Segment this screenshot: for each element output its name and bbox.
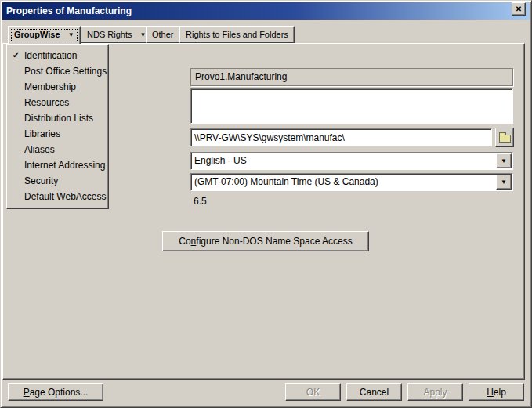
menu-item[interactable]: ✔ Distribution Lists [7, 110, 108, 126]
menu-item-label: Aliases [24, 144, 55, 155]
chevron-down-icon: ▼ [501, 157, 507, 164]
menu-item-label: Default WebAccess [24, 191, 107, 202]
menu-item-label: Distribution Lists [24, 113, 93, 124]
unc-path-input[interactable] [190, 128, 492, 146]
folder-icon [499, 135, 511, 143]
cancel-button[interactable]: Cancel [346, 383, 402, 401]
menu-item[interactable]: ✔ Resources [7, 95, 108, 110]
menu-item-label: Internet Addressing [24, 160, 105, 171]
menu-item[interactable]: ✔ Aliases [7, 142, 108, 157]
software-version-label: 6.5 [194, 196, 207, 207]
check-icon: ✔ [13, 48, 19, 63]
groupwise-pages-menu: ✔ Identification ✔ Post Office Settings … [6, 44, 109, 209]
timezone-value: (GMT-07:00) Mountain Time (US & Canada) [191, 174, 512, 190]
tab-groupwise-label: GroupWise [14, 30, 60, 39]
menu-item-label: Identification [24, 50, 77, 61]
chevron-down-icon: ▼ [68, 31, 74, 38]
description-field[interactable] [190, 88, 513, 124]
tab-groupwise[interactable]: GroupWise ▼ [8, 26, 81, 45]
tab-other[interactable]: Other [146, 26, 180, 43]
menu-item-label: Resources [24, 97, 69, 108]
window-title: Properties of Manufacturing [2, 5, 132, 16]
tab-nds-rights-label: NDS Rights [87, 30, 132, 39]
language-value: English - US [191, 153, 512, 169]
dropdown-arrow-button[interactable]: ▼ [496, 153, 512, 168]
menu-item[interactable]: ✔ Membership [7, 79, 108, 95]
titlebar: Properties of Manufacturing [2, 2, 530, 20]
menu-item[interactable]: ✔ Identification [7, 48, 108, 63]
menu-item[interactable]: ✔ Default WebAccess [7, 189, 108, 204]
tab-other-label: Other [152, 30, 174, 39]
timezone-select[interactable]: (GMT-07:00) Mountain Time (US & Canada) … [190, 173, 513, 191]
menu-item[interactable]: ✔ Internet Addressing [7, 157, 108, 173]
close-icon: ✕ [516, 5, 522, 13]
language-select[interactable]: English - US ▼ [190, 152, 513, 170]
menu-item-label: Membership [24, 81, 76, 92]
menu-item-label: Post Office Settings [24, 66, 107, 77]
menu-item-label: Security [24, 175, 58, 186]
tab-rights-to-files-and-folders[interactable]: Rights to Files and Folders [179, 26, 295, 43]
menu-item[interactable]: ✔ Post Office Settings [7, 63, 108, 79]
browse-folder-button[interactable] [495, 128, 514, 147]
close-button[interactable]: ✕ [512, 2, 526, 16]
dropdown-arrow-button[interactable]: ▼ [496, 175, 512, 190]
menu-item[interactable]: ✔ Security [7, 173, 108, 189]
tab-rights-label: Rights to Files and Folders [186, 30, 288, 39]
chevron-down-icon: ▼ [501, 179, 507, 186]
post-office-name-field: Provo1.Manufacturing [190, 68, 513, 86]
ok-button[interactable]: OK [285, 383, 341, 401]
configure-non-dos-button[interactable]: Configure Non-DOS Name Space Access [162, 231, 369, 251]
help-button[interactable]: Help [469, 383, 524, 401]
menu-item-label: Libraries [24, 128, 60, 139]
page-options-button[interactable]: Page Options... [8, 383, 103, 401]
menu-item[interactable]: ✔ Libraries [7, 126, 108, 142]
tab-nds-rights[interactable]: NDS Rights ▼ [81, 26, 152, 43]
apply-button[interactable]: Apply [407, 383, 463, 401]
